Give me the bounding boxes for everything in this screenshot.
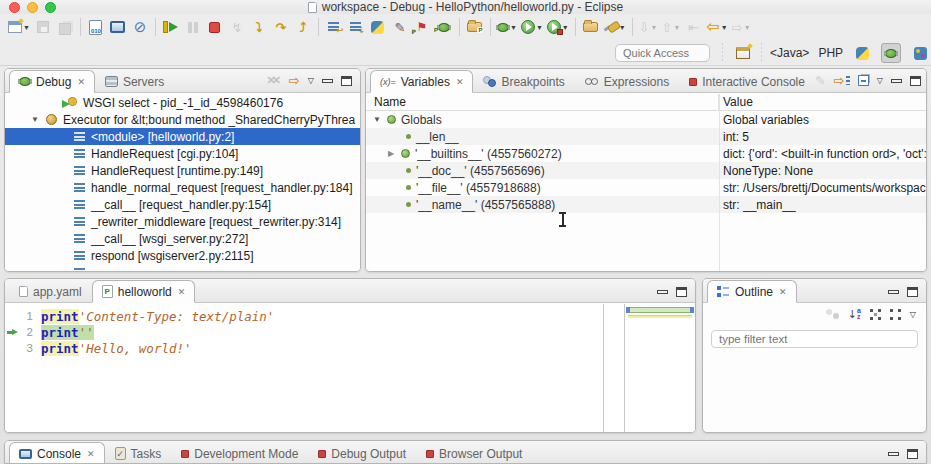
drop-to-frame-button[interactable]: ↩ — [323, 15, 345, 39]
stack-frame-row[interactable]: HandleRequest [runtime.py:149] — [5, 162, 360, 179]
tab-tasks[interactable]: ✓ Tasks — [105, 442, 172, 464]
tab-development-mode[interactable]: Development Mode — [171, 442, 308, 464]
debug-button[interactable]: ▼ — [495, 15, 519, 39]
variable-row[interactable]: ▶ '__builtins__' (4557560272) dict: {'or… — [366, 145, 926, 162]
variable-row[interactable]: '__doc__' (4557565696) NoneType: None — [366, 162, 926, 179]
set-next-statement-button[interactable]: ⚑P — [411, 15, 433, 39]
tab-app-yaml[interactable]: app.yaml — [9, 280, 92, 303]
step-into-button[interactable]: ⤵ — [248, 15, 270, 39]
stack-frame-row[interactable]: __call__ [wsgi_server.py:272] — [5, 230, 360, 247]
maximize-view-button[interactable] — [341, 76, 352, 86]
stack-frame-row[interactable]: HandleRequest [cgi.py:104] — [5, 145, 360, 162]
thread-row[interactable]: WSGI select - pid_-1_id_4598460176 — [5, 94, 360, 111]
code-line-1[interactable]: 1 print 'Content-Type: text/plain' — [5, 308, 695, 324]
remove-all-terminated-button[interactable]: ✕✕ — [267, 74, 281, 87]
show-selected-arrow-button[interactable]: ⇨ — [289, 74, 300, 87]
current-line-marker[interactable] — [628, 307, 692, 313]
step-over-button[interactable]: ↷ — [270, 15, 292, 39]
zoom-window-button[interactable] — [45, 2, 56, 13]
maximize-view-button[interactable] — [910, 76, 921, 86]
variable-row[interactable]: __len__ int: 5 — [366, 128, 926, 145]
occurrence-marker[interactable] — [628, 315, 692, 318]
step-return-button[interactable]: ⤴ — [292, 15, 314, 39]
stack-frame-row-partial[interactable] — [5, 264, 360, 271]
maximize-view-button[interactable] — [907, 449, 918, 459]
perspective-python-button[interactable] — [852, 43, 872, 63]
outline-filter-input[interactable] — [711, 330, 918, 348]
resume-button[interactable] — [160, 15, 182, 39]
stack-frame-row-selected[interactable]: <module> [helloworld.py:2] — [5, 128, 360, 145]
maximize-view-button[interactable] — [676, 287, 687, 297]
open-resource-button[interactable] — [580, 15, 602, 39]
minimize-view-button[interactable] — [888, 290, 899, 294]
perspective-debug-button[interactable] — [881, 43, 901, 63]
disconnect-button[interactable]: ↯ — [226, 15, 248, 39]
tab-variables[interactable]: (x)= Variables ✕ — [370, 70, 473, 93]
variable-row[interactable]: ▼ Globals Global variables — [366, 111, 926, 128]
terminate-button[interactable] — [204, 15, 226, 39]
expander-open-icon[interactable]: ▼ — [372, 115, 382, 124]
close-icon[interactable]: ✕ — [178, 287, 186, 297]
tab-expressions[interactable]: Expressions — [575, 70, 679, 93]
tab-breakpoints[interactable]: Breakpoints — [473, 70, 574, 93]
code-editor[interactable]: 1 print 'Content-Type: text/plain' 2 pri… — [5, 304, 695, 432]
pep8-button[interactable]: ✎ — [389, 15, 411, 39]
save-all-button[interactable] — [54, 15, 76, 39]
open-perspective-button[interactable] — [733, 43, 753, 63]
search-button[interactable]: ▼ — [602, 15, 628, 39]
minimize-view-button[interactable] — [891, 79, 902, 83]
close-icon[interactable]: ✕ — [779, 287, 787, 297]
variable-row[interactable]: '__name__' (4557565888) str: __main__ — [366, 196, 926, 213]
view-menu-button[interactable]: ▽ — [308, 76, 314, 85]
perspective-pydev-button[interactable] — [910, 43, 930, 63]
minimize-view-button[interactable] — [657, 290, 668, 294]
minimize-view-button[interactable] — [322, 79, 333, 83]
tab-outline[interactable]: Outline ✕ — [707, 280, 797, 303]
suspend-button[interactable] — [182, 15, 204, 39]
quick-access-input[interactable] — [615, 44, 710, 62]
binary-console-button[interactable]: 010 — [85, 15, 107, 39]
pydev-package-explorer-button[interactable]: P — [464, 15, 486, 39]
stack-frame-row[interactable]: handle_normal_request [request_handler.p… — [5, 179, 360, 196]
minimize-window-button[interactable] — [27, 2, 38, 13]
back-button[interactable]: ⇦▼ — [704, 15, 729, 39]
open-console-button[interactable] — [107, 15, 129, 39]
forward-button[interactable]: ⇨▼ — [730, 15, 753, 39]
python-button[interactable] — [367, 15, 389, 39]
view-menu-button[interactable]: ▽ — [877, 76, 883, 85]
tab-console[interactable]: Console ✕ — [9, 442, 105, 464]
expand-all-button[interactable] — [890, 309, 901, 320]
tab-browser-output[interactable]: Browser Output — [416, 442, 532, 464]
stack-frame-row[interactable]: respond [wsgiserver2.py:2115] — [5, 247, 360, 264]
coverage-button[interactable]: ▼ — [545, 15, 571, 39]
next-annotation-button[interactable]: ⇩▼ — [637, 15, 660, 39]
tab-debug-output[interactable]: Debug Output — [308, 442, 416, 464]
hide-fields-button[interactable] — [826, 309, 839, 319]
stack-frame-row[interactable]: __call__ [request_handler.py:154] — [5, 196, 360, 213]
show-logical-structure-button[interactable]: ⇨ — [834, 74, 850, 87]
perspective-php[interactable]: PHP — [818, 46, 843, 60]
thread-row[interactable]: ▼ Executor for &lt;bound method _SharedC… — [5, 111, 360, 128]
code-line-2-current[interactable]: 2 print '' — [5, 324, 695, 340]
tab-helloworld[interactable]: P helloworld ✕ — [92, 280, 196, 303]
expander-open-icon[interactable]: ▼ — [30, 115, 40, 124]
new-wizard-button[interactable]: ▼ — [6, 15, 32, 39]
view-menu-button[interactable]: ▽ — [910, 310, 916, 319]
show-type-names-button[interactable]: ✎ — [815, 74, 826, 87]
use-step-filters-button[interactable]: ⇣ — [345, 15, 367, 39]
sort-alphabetically-button[interactable]: ↓ az — [848, 308, 861, 320]
debug-python-button[interactable]: P — [433, 15, 455, 39]
minimize-view-button[interactable] — [888, 452, 899, 456]
collapse-all-button[interactable] — [870, 309, 881, 320]
expander-closed-icon[interactable]: ▶ — [386, 149, 396, 158]
run-button[interactable]: ▼ — [519, 15, 545, 39]
close-icon[interactable]: ✕ — [77, 77, 85, 87]
last-edit-location-button[interactable]: ⇤ — [682, 15, 704, 39]
variable-row[interactable]: '__file__' (4557918688) str: /Users/bret… — [366, 179, 926, 196]
tab-servers[interactable]: Servers — [95, 70, 174, 93]
previous-annotation-button[interactable]: ⇧▼ — [660, 15, 683, 39]
overview-ruler[interactable] — [624, 304, 695, 432]
close-window-button[interactable] — [9, 2, 20, 13]
tab-interactive-console[interactable]: Interactive Console — [679, 70, 815, 93]
close-icon[interactable]: ✕ — [87, 449, 95, 459]
